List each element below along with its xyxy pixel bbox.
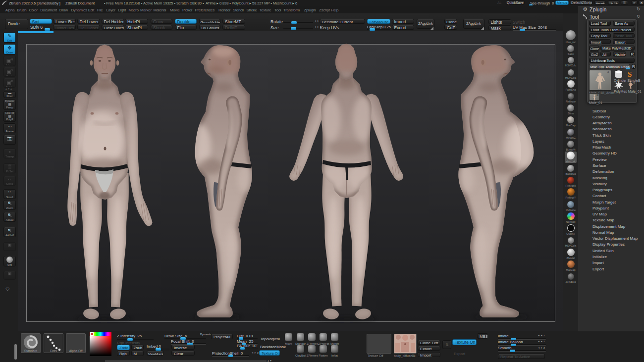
svg-text:S: S (628, 70, 632, 78)
